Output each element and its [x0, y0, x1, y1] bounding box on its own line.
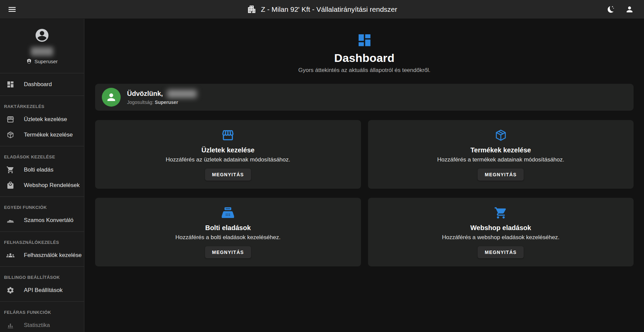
card-bolti-eladasok: Bolti eladások Hozzáférés a bolti eladás…: [95, 198, 361, 266]
sidebar-item-uzletek-kezelese[interactable]: Üzletek kezelése: [0, 112, 84, 127]
card-description: Hozzáférés a webshop eladások kezeléséhe…: [442, 234, 560, 241]
dashboard-cards: Üzletek kezelése Hozzáférés az üzletek a…: [95, 120, 634, 266]
megnyitas-button[interactable]: MEGNYITÁS: [478, 169, 524, 181]
menu-icon[interactable]: [7, 5, 17, 14]
topbar: Z - Milan 92' Kft - Vállalatirányítási r…: [0, 0, 644, 19]
divider: [0, 301, 84, 302]
gear-icon: [6, 286, 14, 294]
sidebar-section-egyedi-funkciok: EGYEDI FUNKCIÓK: [0, 200, 84, 213]
welcome-card: Üdvözlünk, Jogosultság:Superuser: [95, 84, 634, 111]
card-title: Termékek kezelése: [471, 146, 531, 154]
shoe-icon: [6, 216, 14, 224]
groups-icon: [6, 251, 14, 259]
sidebar: Superuser Dashboard RAKTÁRKEZELÉS Üzlete…: [0, 19, 84, 332]
app-title-group: Z - Milan 92' Kft - Vállalatirányítási r…: [247, 4, 397, 14]
main-content: Dashboard Gyors áttekintés az aktuális á…: [84, 19, 644, 332]
divider: [0, 196, 84, 197]
sidebar-item-label: Bolti eladás: [24, 167, 53, 173]
welcome-greeting: Üdvözlünk,: [127, 90, 163, 98]
divider: [0, 73, 84, 73]
sidebar-item-label: Webshop Rendelések: [24, 182, 80, 189]
sidebar-section-eladasok-kezelese: ELADÁSOK KEZELÉSE: [0, 150, 84, 162]
profile-role: Superuser: [0, 59, 84, 64]
sidebar-section-felaras-funkciok: FELÁRAS FUNKCIÓK: [0, 305, 84, 318]
username-redacted: [31, 47, 53, 56]
dashboard-icon: [6, 80, 14, 88]
sidebar-section-raktarkezeles: RAKTÁRKEZELÉS: [0, 99, 84, 112]
sidebar-item-label: Szamos Konvertáló: [24, 217, 73, 224]
moon-stars-icon[interactable]: [606, 5, 614, 14]
sidebar-item-label: Üzletek kezelése: [24, 116, 67, 123]
megnyitas-button[interactable]: MEGNYITÁS: [205, 169, 251, 181]
shopping-bag-icon: [6, 181, 14, 189]
card-description: Hozzáférés a bolti eladások kezeléséhez.: [175, 234, 281, 241]
sidebar-item-api-beallitasok[interactable]: API Beállítások: [0, 283, 84, 298]
page-subtitle: Gyors áttekintés az aktuális állapotról …: [95, 67, 634, 74]
card-title: Bolti eladások: [205, 224, 251, 232]
card-uzletek-kezelese: Üzletek kezelése Hozzáférés az üzletek a…: [95, 120, 361, 189]
sidebar-item-dashboard[interactable]: Dashboard: [0, 77, 84, 92]
person-icon[interactable]: [625, 5, 634, 14]
package-icon: [6, 131, 14, 139]
avatar: [102, 88, 121, 107]
topbar-actions: [606, 5, 644, 14]
card-title: Üzletek kezelése: [201, 146, 254, 154]
card-webshop-eladasok: Webshop eladások Hozzáférés a webshop el…: [368, 198, 634, 266]
shopping-cart-icon: [494, 206, 508, 220]
role-prefix: Jogosultság:: [127, 100, 154, 105]
apartment-icon: [247, 4, 256, 14]
profile-role-label: Superuser: [34, 59, 57, 64]
sidebar-item-label: Felhasználók kezelése: [24, 252, 82, 259]
shield-person-icon: [26, 59, 32, 64]
sidebar-item-bolti-eladas[interactable]: Bolti eladás: [0, 162, 84, 178]
divider: [0, 96, 84, 96]
bar-chart-icon: [6, 321, 14, 329]
sidebar-section-felhasznalokezeles: FELHASZNÁLÓKEZELÉS: [0, 235, 84, 248]
sidebar-item-label: API Beállítások: [24, 287, 63, 294]
card-termekek-kezelese: Termékek kezelése Hozzáférés a termékek …: [368, 120, 634, 189]
sidebar-item-webshop-rendelesek[interactable]: Webshop Rendelések: [0, 178, 84, 193]
page-header: Dashboard Gyors áttekintés az aktuális á…: [95, 32, 634, 74]
welcome-role: Jogosultság:Superuser: [127, 100, 197, 105]
sidebar-item-szamos-konvertalo[interactable]: Szamos Konvertáló: [0, 213, 84, 228]
storefront-icon: [221, 128, 235, 142]
card-title: Webshop eladások: [470, 224, 531, 232]
sidebar-item-label: Dashboard: [24, 81, 52, 88]
divider: [0, 231, 84, 232]
sidebar-profile: Superuser: [0, 19, 84, 70]
storefront-icon: [6, 115, 14, 123]
megnyitas-button[interactable]: MEGNYITÁS: [205, 246, 251, 258]
dashboard-icon: [357, 32, 372, 48]
account-circle-icon: [34, 28, 50, 43]
divider: [0, 146, 84, 146]
card-description: Hozzáférés az üzletek adatainak módosítá…: [166, 156, 290, 163]
divider: [0, 266, 84, 267]
sidebar-item-felhasznalok-kezelese[interactable]: Felhasználók kezelése: [0, 248, 84, 263]
sidebar-item-label: Termékek kezelése: [24, 132, 73, 138]
person-icon: [106, 91, 117, 103]
cash-register-icon: [221, 206, 235, 220]
card-description: Hozzáférés a termékek adatainak módosítá…: [437, 156, 564, 163]
package-icon: [494, 128, 508, 142]
shopping-cart-icon: [6, 166, 14, 174]
megnyitas-button[interactable]: MEGNYITÁS: [478, 246, 524, 258]
username-redacted: [167, 90, 197, 98]
role-value: Superuser: [155, 100, 178, 105]
welcome-text: Üdvözlünk, Jogosultság:Superuser: [127, 90, 197, 105]
app-window: Z - Milan 92' Kft - Vállalatirányítási r…: [0, 0, 644, 332]
sidebar-item-label: Statisztika: [24, 322, 50, 329]
app-title: Z - Milan 92' Kft - Vállalatirányítási r…: [261, 5, 397, 13]
sidebar-section-billingo-beallitasok: BILLINGO BEÁLLÍTÁSOK: [0, 270, 84, 283]
sidebar-item-termekek-kezelese[interactable]: Termékek kezelése: [0, 127, 84, 143]
sidebar-item-statisztika[interactable]: Statisztika: [0, 318, 84, 332]
page-title: Dashboard: [95, 51, 634, 65]
